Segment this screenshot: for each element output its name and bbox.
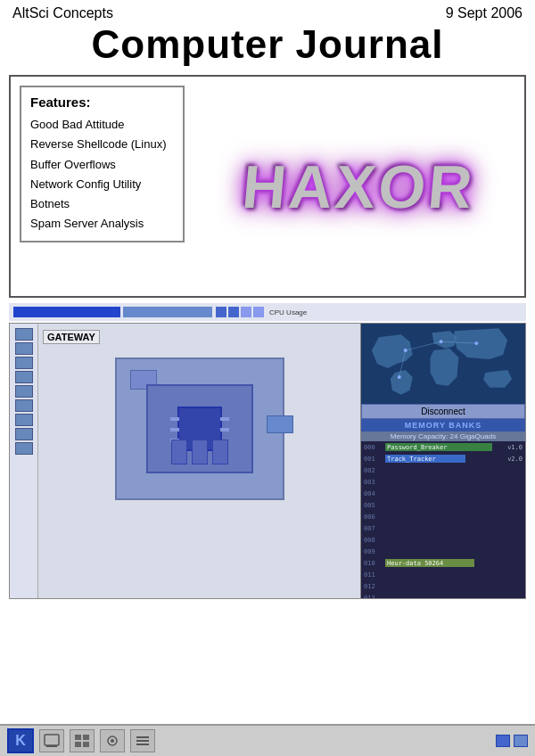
memory-row-8: 008 bbox=[361, 534, 525, 546]
taskbar-button-4[interactable] bbox=[130, 729, 155, 752]
mem-addr-8: 008 bbox=[364, 537, 385, 544]
taskbar-indicator-1 bbox=[496, 735, 510, 747]
memory-row-7: 007 bbox=[361, 522, 525, 534]
taskbar-icon-1 bbox=[44, 734, 60, 748]
mem-addr-5: 005 bbox=[364, 502, 385, 509]
mem-name-1: Track_Tracker bbox=[387, 456, 436, 463]
world-map-svg bbox=[361, 324, 525, 404]
taskbar-icon-4 bbox=[135, 734, 151, 748]
svg-rect-17 bbox=[136, 740, 149, 742]
right-panel: Disconnect MEMORY BANKS Memory Capacity:… bbox=[360, 324, 525, 598]
svg-point-6 bbox=[474, 342, 478, 346]
haxor-logo: HAXOR bbox=[240, 152, 478, 221]
memory-row-12: 012 bbox=[361, 580, 525, 592]
memory-row-3: 003 bbox=[361, 476, 525, 488]
disconnect-button[interactable]: Disconnect bbox=[361, 404, 525, 419]
haxor-logo-area: HAXOR bbox=[193, 77, 524, 296]
cpu-usage-label: CPU Usage bbox=[269, 308, 307, 316]
mem-stick-2 bbox=[192, 440, 208, 464]
strip-item-2 bbox=[15, 342, 33, 355]
mem-addr-9: 009 bbox=[364, 548, 385, 555]
memory-sticks bbox=[171, 440, 228, 464]
memory-row-0[interactable]: 000Password_Breakerv1.0 bbox=[361, 441, 525, 453]
cpu-seg-4 bbox=[253, 307, 264, 317]
features-box: Features: Good Bad AttitudeReverse Shell… bbox=[20, 86, 185, 242]
memory-list: 000Password_Breakerv1.0001Track_Trackerv… bbox=[361, 441, 525, 598]
mem-addr-11: 011 bbox=[364, 571, 385, 579]
feature-item-1: Reverse Shellcode (Linux) bbox=[30, 135, 174, 154]
strip-item-5 bbox=[15, 385, 33, 398]
cpu-seg-2 bbox=[228, 307, 239, 317]
gateway-connector bbox=[267, 415, 293, 433]
taskbar-icon-2 bbox=[74, 734, 90, 748]
svg-rect-18 bbox=[136, 744, 149, 745]
brand-name: AltSci Concepts bbox=[12, 5, 113, 21]
feature-item-2: Buffer Overflows bbox=[30, 155, 174, 175]
cpu-seg-3 bbox=[241, 307, 251, 317]
mem-stick-3 bbox=[212, 440, 228, 464]
feature-hero-section: Features: Good Bad AttitudeReverse Shell… bbox=[9, 75, 526, 298]
strip-item-4 bbox=[15, 371, 33, 383]
taskbar-logo[interactable]: K bbox=[7, 728, 34, 753]
taskbar-right bbox=[496, 735, 528, 747]
gateway-inner bbox=[115, 357, 284, 500]
memory-capacity: Memory Capacity: 24 GigaQuads bbox=[361, 431, 525, 441]
mem-name-0: Password_Breaker bbox=[387, 444, 447, 451]
game-interface-area: GATEWAY bbox=[9, 323, 526, 599]
feature-item-4: Botnets bbox=[30, 194, 174, 214]
svg-point-7 bbox=[398, 375, 401, 379]
svg-rect-16 bbox=[136, 736, 149, 738]
memory-row-10[interactable]: 010Heur-data 50264 bbox=[361, 557, 525, 569]
strip-item-7 bbox=[15, 414, 33, 426]
strip-item-3 bbox=[15, 357, 33, 369]
mem-addr-10: 010 bbox=[364, 560, 385, 567]
taskbar-button-1[interactable] bbox=[39, 729, 64, 752]
svg-point-15 bbox=[111, 739, 114, 743]
memory-row-11: 011 bbox=[361, 569, 525, 580]
feature-item-3: Network Config Utility bbox=[30, 175, 174, 194]
cpu-mini-segments bbox=[216, 307, 264, 317]
svg-rect-10 bbox=[75, 735, 81, 740]
mem-addr-6: 006 bbox=[364, 514, 385, 521]
world-map bbox=[361, 324, 525, 404]
strip-item-1 bbox=[15, 328, 33, 341]
mem-addr-13: 013 bbox=[364, 595, 385, 599]
page-header: AltSci Concepts 9 Sept 2006 bbox=[0, 0, 535, 23]
chip-pin-l1 bbox=[170, 417, 179, 421]
gateway-panel: GATEWAY bbox=[38, 324, 360, 598]
page-title: Computer Journal bbox=[0, 23, 535, 70]
gateway-label: GATEWAY bbox=[43, 330, 100, 344]
mem-ver-1: v2.0 bbox=[507, 456, 523, 463]
memory-row-13: 013 bbox=[361, 592, 525, 598]
taskbar: K bbox=[0, 724, 535, 756]
cpu-seg-1 bbox=[216, 307, 226, 317]
strip-item-6 bbox=[15, 399, 33, 412]
taskbar-logo-symbol: K bbox=[15, 733, 26, 749]
mem-addr-1: 001 bbox=[364, 456, 385, 463]
taskbar-button-2[interactable] bbox=[70, 729, 95, 752]
mem-addr-2: 002 bbox=[364, 467, 385, 474]
cpu-bar-primary bbox=[13, 307, 120, 317]
mem-addr-0: 000 bbox=[364, 444, 385, 451]
memory-row-5: 005 bbox=[361, 499, 525, 511]
svg-rect-12 bbox=[75, 742, 81, 747]
feature-item-5: Spam Server Analysis bbox=[30, 214, 174, 234]
mem-addr-4: 004 bbox=[364, 490, 385, 497]
svg-rect-13 bbox=[83, 742, 89, 747]
memory-row-4: 004 bbox=[361, 488, 525, 499]
mem-addr-7: 007 bbox=[364, 525, 385, 532]
memory-row-1[interactable]: 001Track_Trackerv2.0 bbox=[361, 453, 525, 464]
features-list: Good Bad AttitudeReverse Shellcode (Linu… bbox=[30, 115, 174, 234]
memory-banks-header: MEMORY BANKS bbox=[361, 419, 525, 431]
cpu-bar-area: CPU Usage bbox=[9, 303, 526, 321]
taskbar-icon-3 bbox=[104, 734, 120, 748]
memory-row-9: 009 bbox=[361, 546, 525, 557]
circuit-board bbox=[146, 384, 253, 473]
svg-point-4 bbox=[404, 349, 407, 352]
bottom-whitespace bbox=[0, 601, 535, 690]
mem-ver-0: v1.0 bbox=[507, 444, 523, 451]
taskbar-button-3[interactable] bbox=[100, 729, 125, 752]
mem-addr-3: 003 bbox=[364, 479, 385, 486]
header-date: 9 Sept 2006 bbox=[446, 5, 523, 21]
feature-item-0: Good Bad Attitude bbox=[30, 115, 174, 135]
